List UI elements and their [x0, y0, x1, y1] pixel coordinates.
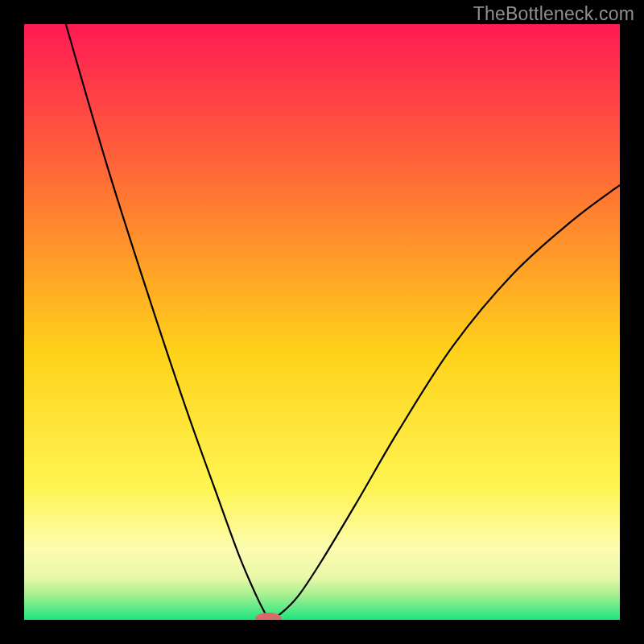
watermark-text: TheBottleneck.com	[473, 3, 634, 25]
chart-frame: TheBottleneck.com	[0, 0, 644, 644]
chart-background	[24, 24, 620, 620]
chart-plot-area	[24, 24, 620, 620]
chart-svg	[24, 24, 620, 620]
